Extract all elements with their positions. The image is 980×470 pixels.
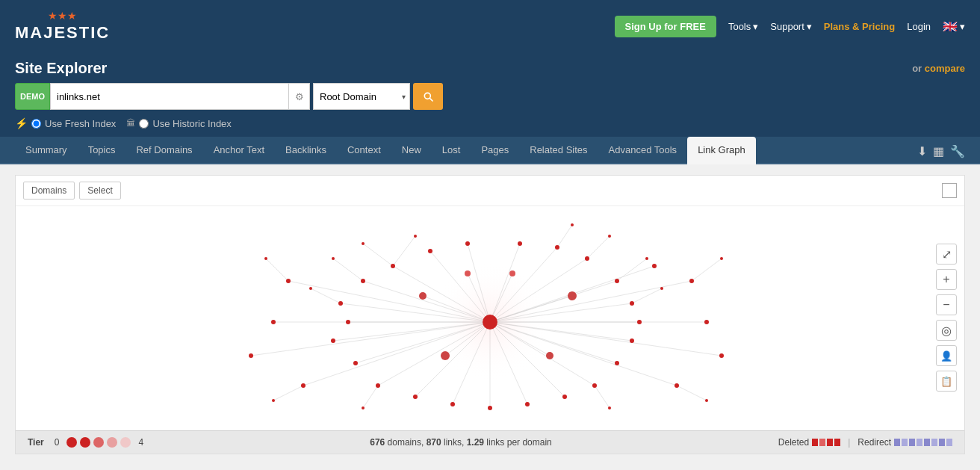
tab-related-sites[interactable]: Related Sites — [519, 137, 598, 164]
tools-dropdown-icon: ▾ — [753, 21, 758, 32]
historic-index-option[interactable]: 🏛 Use Historic Index — [126, 118, 231, 129]
historic-index-radio[interactable] — [139, 119, 149, 129]
redir-bar-4 — [917, 439, 922, 446]
graph-side-controls: ⤢ + − ◎ 👤 📋 — [936, 244, 957, 392]
domain-type-select[interactable]: Root Domain Subdomain URL Prefix — [313, 83, 410, 110]
redir-bar-8 — [946, 439, 952, 446]
svg-point-75 — [630, 338, 634, 343]
tab-advanced-tools[interactable]: Advanced Tools — [598, 137, 688, 164]
compare-link[interactable]: compare — [925, 63, 965, 74]
search-input[interactable] — [50, 83, 289, 110]
search-row: DEMO ⚙ Root Domain Subdomain URL Prefix … — [15, 83, 965, 110]
tab-anchor-text[interactable]: Anchor Text — [203, 137, 275, 164]
svg-point-67 — [376, 383, 380, 388]
nav-tools[interactable]: Tools ▾ — [728, 21, 758, 32]
svg-point-58 — [465, 270, 471, 276]
graph-container: Domains Select — [15, 175, 965, 454]
site-explorer-title: Site Explorer — [15, 60, 107, 77]
redir-bar-6 — [931, 439, 937, 446]
svg-line-45 — [617, 259, 647, 281]
tab-topics[interactable]: Topics — [78, 137, 126, 164]
signup-button[interactable]: Sign Up for FREE — [615, 16, 716, 37]
svg-point-102 — [272, 399, 275, 402]
domains-count: 676 — [370, 437, 385, 448]
nav-flag[interactable]: 🇬🇧 ▾ — [943, 19, 965, 34]
wrench-icon[interactable]: 🔧 — [950, 144, 965, 158]
svg-point-89 — [652, 264, 657, 268]
tier-start: 0 — [55, 437, 60, 448]
redir-bar-1 — [894, 439, 900, 446]
search-icon — [422, 90, 434, 102]
grid-icon[interactable]: ▦ — [933, 144, 944, 158]
select-button[interactable]: Select — [79, 182, 120, 200]
svg-point-56 — [419, 292, 427, 300]
target-button[interactable]: ◎ — [936, 320, 957, 341]
svg-point-82 — [465, 241, 470, 246]
fresh-index-option[interactable]: ⚡ Use Fresh Index — [15, 117, 116, 129]
person-button[interactable]: 👤 — [936, 345, 957, 366]
svg-point-99 — [660, 287, 663, 290]
nav-support[interactable]: Support ▾ — [770, 21, 812, 32]
building-icon: 🏛 — [126, 118, 135, 129]
graph-area: ⤢ + − ◎ 👤 📋 — [16, 206, 964, 430]
svg-point-97 — [571, 223, 574, 226]
search-button[interactable] — [413, 83, 443, 110]
redirect-section: Redirect — [858, 437, 952, 448]
tab-ref-domains[interactable]: Ref Domains — [125, 137, 202, 164]
tab-tools: ⬇ ▦ 🔧 — [917, 144, 965, 163]
tab-link-graph[interactable]: Link Graph — [687, 137, 756, 164]
logo-text: MAJESTIC — [15, 23, 110, 43]
svg-point-61 — [428, 249, 432, 253]
nav-plans-pricing[interactable]: Plans & Pricing — [824, 21, 895, 32]
del-bar-3 — [827, 439, 833, 446]
tab-navigation: Summary Topics Ref Domains Anchor Text B… — [0, 137, 980, 164]
tab-pages[interactable]: Pages — [471, 137, 519, 164]
tab-backlinks[interactable]: Backlinks — [275, 137, 337, 164]
clipboard-button[interactable]: 📋 — [936, 371, 957, 392]
svg-point-86 — [704, 320, 709, 324]
svg-point-62 — [361, 279, 365, 283]
svg-line-44 — [557, 225, 572, 247]
tier-label: Tier — [28, 437, 44, 448]
tab-lost[interactable]: Lost — [432, 137, 471, 164]
svg-point-78 — [615, 279, 619, 283]
toolbar-square-icon[interactable] — [942, 183, 957, 198]
redir-bar-5 — [924, 439, 930, 446]
svg-point-60 — [391, 264, 395, 268]
tab-context[interactable]: Context — [337, 137, 391, 164]
fresh-index-label: Use Fresh Index — [45, 118, 116, 129]
svg-point-65 — [331, 338, 335, 343]
redir-bar-2 — [902, 439, 908, 446]
svg-line-43 — [587, 236, 610, 259]
svg-point-104 — [362, 406, 365, 409]
settings-icon[interactable]: ⚙ — [289, 83, 310, 110]
tier-end: 4 — [138, 437, 143, 448]
svg-point-73 — [592, 383, 597, 388]
deleted-label: Deleted — [778, 437, 809, 448]
svg-point-79 — [585, 256, 589, 261]
svg-point-103 — [705, 399, 708, 402]
svg-point-100 — [264, 257, 267, 260]
fresh-index-radio[interactable] — [31, 119, 41, 129]
download-icon[interactable]: ⬇ — [917, 144, 927, 158]
svg-point-88 — [674, 383, 679, 388]
deleted-bars — [812, 439, 840, 446]
domains-button[interactable]: Domains — [23, 182, 75, 200]
tab-new[interactable]: New — [391, 137, 432, 164]
fullscreen-button[interactable]: ⤢ — [936, 244, 957, 265]
tier-dot-4 — [107, 437, 117, 448]
zoom-in-button[interactable]: + — [936, 269, 957, 290]
svg-line-51 — [363, 386, 378, 408]
flag-icon: 🇬🇧 — [943, 19, 958, 34]
svg-line-46 — [632, 288, 662, 303]
nav-login[interactable]: Login — [907, 21, 931, 32]
del-bar-4 — [834, 439, 840, 446]
svg-point-87 — [301, 383, 306, 388]
zoom-out-button[interactable]: − — [936, 294, 957, 315]
svg-point-70 — [488, 406, 492, 410]
main-content: Domains Select — [0, 164, 980, 465]
tab-summary[interactable]: Summary — [15, 137, 78, 164]
redirect-label: Redirect — [858, 437, 891, 448]
svg-line-39 — [363, 244, 393, 266]
del-bar-1 — [812, 439, 818, 446]
